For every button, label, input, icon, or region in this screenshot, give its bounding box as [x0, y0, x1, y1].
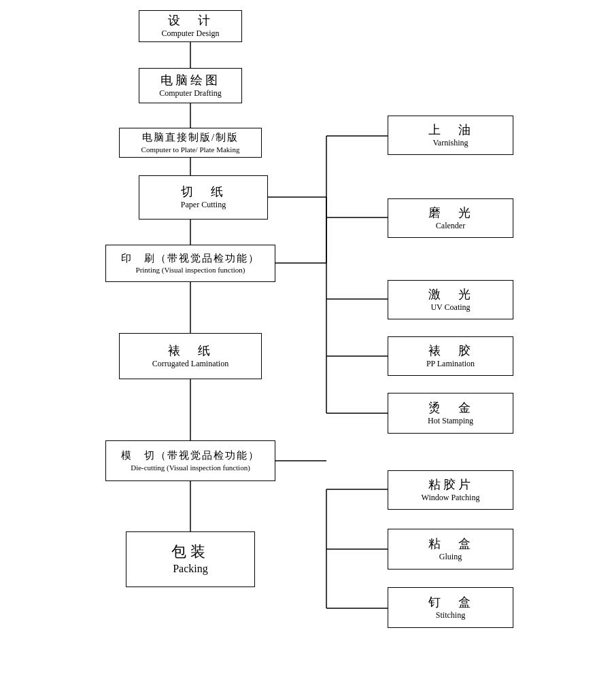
printing-node: 印 刷（带视觉品检功能） Printing (Visual inspection…: [105, 245, 275, 282]
computer-design-zh: 设 计: [168, 13, 213, 29]
hot-stamping-zh: 烫 金: [428, 400, 473, 416]
gluing-zh: 粘 盒: [428, 536, 473, 552]
die-cutting-zh: 模 切（带视觉品检功能）: [121, 449, 260, 463]
packing-zh: 包装: [171, 542, 209, 562]
corrugated-lamination-zh: 裱 纸: [168, 343, 213, 359]
calender-node: 磨 光 Calender: [388, 198, 513, 238]
paper-cutting-node: 切 纸 Paper Cutting: [139, 175, 268, 220]
calender-zh: 磨 光: [428, 205, 473, 221]
uv-coating-en: UV Coating: [430, 302, 470, 313]
plate-making-en: Computer to Plate/ Plate Making: [141, 145, 240, 154]
packing-en: Packing: [173, 562, 208, 576]
die-cutting-en: Die-cutting (Visual inspection function): [131, 463, 250, 472]
window-patching-en: Window Patching: [422, 493, 480, 504]
varnishing-zh: 上 油: [428, 122, 473, 138]
calender-en: Calender: [436, 221, 465, 232]
computer-design-node: 设 计 Computer Design: [139, 10, 242, 42]
paper-cutting-zh: 切 纸: [181, 184, 226, 200]
corrugated-lamination-node: 裱 纸 Corrugated Lamination: [119, 333, 262, 379]
stitching-en: Stitching: [436, 610, 465, 621]
flowchart: 设 计 Computer Design 电脑绘图 Computer Drafti…: [0, 0, 612, 700]
stitching-zh: 钉 盒: [428, 595, 473, 610]
corrugated-lamination-en: Corrugated Lamination: [152, 359, 228, 370]
hot-stamping-en: Hot Stamping: [428, 416, 473, 427]
pp-lamination-node: 裱 胶 PP Lamination: [388, 336, 513, 376]
varnishing-en: Varnishing: [433, 138, 469, 149]
die-cutting-node: 模 切（带视觉品检功能） Die-cutting (Visual inspect…: [105, 440, 275, 481]
computer-drafting-zh: 电脑绘图: [160, 73, 220, 88]
stitching-node: 钉 盒 Stitching: [388, 587, 513, 628]
plate-making-zh: 电脑直接制版/制版: [142, 131, 239, 145]
uv-coating-zh: 激 光: [428, 287, 473, 302]
computer-design-en: Computer Design: [162, 29, 220, 39]
printing-en: Printing (Visual inspection function): [136, 265, 245, 275]
computer-drafting-node: 电脑绘图 Computer Drafting: [139, 68, 242, 103]
connector-lines: [0, 0, 612, 700]
printing-zh: 印 刷（带视觉品检功能）: [121, 252, 260, 266]
computer-drafting-en: Computer Drafting: [159, 88, 222, 99]
uv-coating-node: 激 光 UV Coating: [388, 280, 513, 319]
pp-lamination-en: PP Lamination: [426, 359, 475, 370]
plate-making-node: 电脑直接制版/制版 Computer to Plate/ Plate Makin…: [119, 128, 262, 158]
gluing-node: 粘 盒 Gluing: [388, 529, 513, 570]
gluing-en: Gluing: [439, 552, 462, 563]
paper-cutting-en: Paper Cutting: [181, 200, 226, 211]
window-patching-zh: 粘胶片: [428, 477, 473, 493]
pp-lamination-zh: 裱 胶: [428, 343, 473, 359]
packing-node: 包装 Packing: [126, 531, 255, 587]
hot-stamping-node: 烫 金 Hot Stamping: [388, 393, 513, 434]
window-patching-node: 粘胶片 Window Patching: [388, 470, 513, 510]
varnishing-node: 上 油 Varnishing: [388, 116, 513, 155]
